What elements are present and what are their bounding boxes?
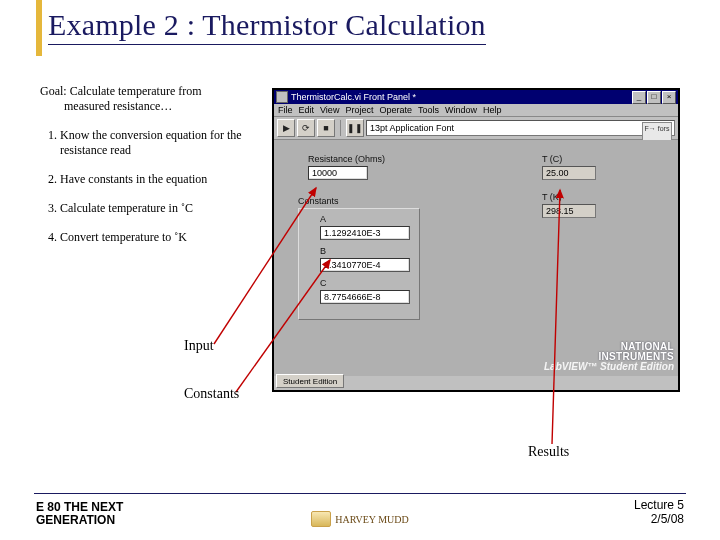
menu-view[interactable]: View (320, 105, 339, 115)
goal-text: Goal: Calculate temperature from measure… (40, 84, 250, 114)
brand-labview: LabVIEW™ Student Edition (544, 361, 674, 372)
maximize-button[interactable]: □ (647, 91, 661, 104)
menu-tools[interactable]: Tools (418, 105, 439, 115)
goal-line2: measured resistance… (40, 99, 250, 114)
resistance-label: Resistance (Ohms) (308, 154, 385, 164)
goal-line1: Goal: Calculate temperature from (40, 84, 202, 98)
labview-window: ThermistorCalc.vi Front Panel * _ □ × Fi… (272, 88, 680, 392)
menu-edit[interactable]: Edit (299, 105, 315, 115)
callout-constants: Constants (184, 386, 239, 402)
ni-brand: NATIONAL INSTRUMENTS LabVIEW™ Student Ed… (544, 342, 674, 372)
font-label: 13pt Application Font (370, 123, 454, 133)
menubar: File Edit View Project Operate Tools Win… (274, 104, 678, 117)
const-b-input[interactable]: 2.3410770E-4 (320, 258, 410, 272)
const-c-input[interactable]: 8.7754666E-8 (320, 290, 410, 304)
step-2: Have constants in the equation (60, 172, 280, 187)
menu-operate[interactable]: Operate (379, 105, 412, 115)
menu-file[interactable]: File (278, 105, 293, 115)
steps-list: Know the conversion equation for the res… (40, 128, 280, 259)
status-bar: Student Edition (276, 374, 344, 388)
footer-divider (34, 493, 686, 494)
toolbar: ▶ ⟳ ■ ❚❚ 13pt Application Font (274, 117, 678, 140)
footer-right: Lecture 5 2/5/08 (634, 499, 684, 527)
footer-right-l1: Lecture 5 (634, 498, 684, 512)
const-a-input[interactable]: 1.1292410E-3 (320, 226, 410, 240)
harvey-mudd-logo: HARVEY MUDD (311, 511, 409, 527)
step-3: Calculate temperature in ˚C (60, 201, 280, 216)
run-cont-icon[interactable]: ⟳ (297, 119, 315, 137)
font-selector[interactable]: 13pt Application Font (366, 120, 675, 136)
menu-help[interactable]: Help (483, 105, 502, 115)
toolbar-separator (340, 120, 341, 136)
callout-input: Input (184, 338, 214, 354)
brand-instruments: INSTRUMENTS (544, 352, 674, 362)
footer-center: HARVEY MUDD (0, 511, 720, 527)
close-button[interactable]: × (662, 91, 676, 104)
harvey-mudd-mark-icon (311, 511, 331, 527)
tc-label: T (C) (542, 154, 562, 164)
step-4: Convert temperature to ˚K (60, 230, 280, 245)
constants-label: Constants (298, 196, 339, 206)
abort-icon[interactable]: ■ (317, 119, 335, 137)
const-c-label: C (320, 278, 327, 288)
slide-title: Example 2 : Thermistor Calculation (48, 8, 486, 45)
minimize-button[interactable]: _ (632, 91, 646, 104)
tk-output: 298.15 (542, 204, 596, 218)
footer-right-l2: 2/5/08 (651, 512, 684, 526)
callout-results: Results (528, 444, 569, 460)
tk-label: T (K) (542, 192, 562, 202)
step-1: Know the conversion equation for the res… (60, 128, 280, 158)
run-arrow-icon[interactable]: ▶ (277, 119, 295, 137)
titlebar: ThermistorCalc.vi Front Panel * _ □ × (274, 90, 678, 104)
accent-bar (36, 0, 42, 56)
harvey-mudd-text: HARVEY MUDD (335, 514, 409, 525)
resistance-input[interactable]: 10000 (308, 166, 368, 180)
const-b-label: B (320, 246, 326, 256)
menu-window[interactable]: Window (445, 105, 477, 115)
front-panel: Resistance (Ohms) 10000 T (C) 25.00 T (K… (274, 140, 678, 376)
app-icon (276, 91, 288, 103)
pause-icon[interactable]: ❚❚ (346, 119, 364, 137)
const-a-label: A (320, 214, 326, 224)
menu-project[interactable]: Project (345, 105, 373, 115)
window-title: ThermistorCalc.vi Front Panel * (291, 92, 416, 102)
tc-output: 25.00 (542, 166, 596, 180)
